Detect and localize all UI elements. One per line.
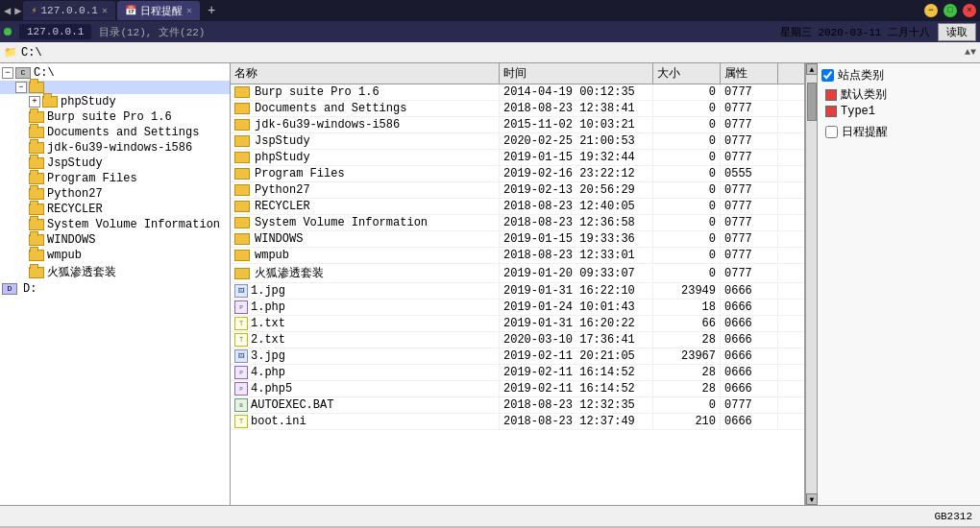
tree-label-recycler: RECYCLER: [47, 203, 103, 216]
scroll-down-arrow[interactable]: ▼: [806, 493, 818, 505]
tree-label-phpstudy: phpStudy: [61, 95, 116, 108]
tree-item-wmpub[interactable]: wmpub: [0, 248, 230, 263]
title-bar-right: − □ ×: [924, 4, 976, 17]
file-name-cell: T boot.ini: [231, 414, 500, 429]
scroll-up-arrow[interactable]: ▲: [806, 63, 818, 75]
bookmark-item[interactable]: Type1: [821, 104, 976, 119]
file-rows-container: Burp suite Pro 1.6 2014-04-19 00:12:35 0…: [231, 84, 804, 430]
bookmark-item[interactable]: 默认类别: [821, 85, 976, 104]
minimize-button[interactable]: −: [924, 4, 938, 17]
tree-item-sysvolinfo[interactable]: System Volume Information: [0, 217, 230, 232]
file-attr-cell: 0777: [721, 117, 778, 132]
file-time-cell: 2019-02-13 20:56:29: [500, 182, 653, 198]
tree-item-phpstudy[interactable]: + phpStudy: [0, 94, 230, 109]
file-size-cell: 0: [653, 266, 721, 281]
connection-tab[interactable]: 127.0.0.1: [19, 24, 91, 39]
tree-item-python[interactable]: Python27: [0, 186, 230, 202]
file-name: 1.txt: [251, 317, 285, 330]
table-row[interactable]: System Volume Information 2018-08-23 12:…: [231, 215, 804, 231]
table-row[interactable]: T 2.txt 2020-03-10 17:36:41 28 0666: [231, 332, 804, 348]
connection-bar: 127.0.0.1 目录(12), 文件(22) 星期三 2020-03-11 …: [0, 21, 980, 42]
close-button[interactable]: ×: [963, 4, 976, 17]
file-time-cell: 2018-08-23 12:33:01: [500, 248, 653, 263]
tree-item-programfiles[interactable]: Program Files: [0, 171, 230, 186]
path-controls[interactable]: ▲▼: [965, 47, 976, 58]
forward-arrow[interactable]: ▶: [14, 4, 21, 18]
tab-1-close[interactable]: ✕: [102, 5, 108, 16]
table-row[interactable]: Program Files 2019-02-16 23:22:12 0 0555: [231, 166, 804, 182]
tree-toggle-c[interactable]: −: [2, 67, 13, 79]
file-size-cell: 0: [653, 231, 721, 247]
table-row[interactable]: wmpub 2018-08-23 12:33:01 0 0777: [231, 248, 804, 264]
folder-icon-firefox: [29, 267, 44, 278]
table-row[interactable]: JspStudy 2020-02-25 21:00:53 0 0777: [231, 133, 804, 150]
file-name: RECYCLER: [255, 200, 310, 213]
calendar-checkbox[interactable]: [825, 126, 838, 138]
tree-item-jspstudy[interactable]: JspStudy: [0, 156, 230, 171]
folder-icon-wmpub: [29, 250, 44, 261]
table-row[interactable]: RECYCLER 2018-08-23 12:40:05 0 0777: [231, 199, 804, 215]
tree-item-firefox[interactable]: 火狐渗透套装: [0, 263, 230, 281]
table-row[interactable]: Burp suite Pro 1.6 2014-04-19 00:12:35 0…: [231, 84, 804, 101]
table-row[interactable]: phpStudy 2019-01-15 19:32:44 0 0777: [231, 150, 804, 166]
tab-2-label: 日程提醒: [140, 4, 183, 18]
image-file-icon: 🖼: [234, 284, 248, 298]
maximize-button[interactable]: □: [943, 4, 957, 17]
title-bar: ◀ ▶ ⚡ 127.0.0.1 ✕ 📅 日程提醒 ✕ + − □ ×: [0, 0, 980, 21]
tab-2-close[interactable]: ✕: [186, 5, 192, 16]
table-row[interactable]: T boot.ini 2018-08-23 12:37:49 210 0666: [231, 414, 804, 430]
file-time-cell: 2018-08-23 12:36:58: [500, 215, 653, 230]
back-arrow[interactable]: ◀: [4, 4, 11, 18]
file-name: JspStudy: [255, 134, 310, 148]
table-row[interactable]: WINDOWS 2019-01-15 19:33:36 0 0777: [231, 231, 804, 248]
table-row[interactable]: P 4.php 2019-02-11 16:14:52 28 0666: [231, 365, 804, 381]
file-time-cell: 2019-01-15 19:32:44: [500, 150, 653, 165]
file-tree-panel: − C C:\ − + phpStudy Burp suite Pro 1.6: [0, 63, 231, 505]
calendar-item[interactable]: 日程提醒: [821, 123, 976, 141]
scrollbar[interactable]: ▲ ▼: [805, 63, 817, 505]
tree-item-docs[interactable]: Documents and Settings: [0, 125, 230, 140]
file-size-cell: 0: [653, 150, 721, 165]
bookmarks-checkbox[interactable]: [821, 69, 834, 82]
file-attr-cell: 0555: [721, 166, 778, 181]
table-row[interactable]: 火狐渗透套装 2019-01-20 09:33:07 0 0777: [231, 264, 804, 283]
file-name: AUTOEXEC.BAT: [251, 398, 333, 412]
file-name: 1.php: [251, 300, 285, 314]
table-row[interactable]: 🖼 3.jpg 2019-02-11 20:21:05 23967 0666: [231, 348, 804, 365]
add-tab-button[interactable]: +: [202, 3, 221, 18]
table-row[interactable]: Python27 2019-02-13 20:56:29 0 0777: [231, 182, 804, 199]
nav-arrows: ◀ ▶: [4, 4, 21, 18]
tree-toggle-root[interactable]: −: [15, 82, 27, 93]
table-row[interactable]: 🖼 1.jpg 2019-01-31 16:22:10 23949 0666: [231, 283, 804, 300]
status-bar: GB2312: [0, 505, 980, 526]
table-row[interactable]: Documents and Settings 2018-08-23 12:38:…: [231, 101, 804, 117]
text-file-icon: T: [234, 415, 248, 428]
file-size-cell: 0: [653, 101, 721, 116]
tree-item-windows[interactable]: WINDOWS: [0, 232, 230, 248]
table-row[interactable]: P 1.php 2019-01-24 10:01:43 18 0666: [231, 300, 804, 316]
table-row[interactable]: jdk-6u39-windows-i586 2015-11-02 10:03:2…: [231, 117, 804, 133]
read-button[interactable]: 读取: [938, 23, 976, 41]
file-size-cell: 0: [653, 215, 721, 230]
file-time-cell: 2019-01-15 19:33:36: [500, 231, 653, 247]
tab-2[interactable]: 📅 日程提醒 ✕: [117, 1, 200, 20]
table-row[interactable]: B AUTOEXEC.BAT 2018-08-23 12:32:35 0 077…: [231, 397, 804, 414]
file-time-cell: 2018-08-23 12:40:05: [500, 199, 653, 214]
file-size-cell: 0: [653, 248, 721, 263]
file-name-cell: phpStudy: [231, 150, 500, 165]
table-row[interactable]: T 1.txt 2019-01-31 16:20:22 66 0666: [231, 316, 804, 332]
file-size-cell: 0: [653, 166, 721, 181]
file-name-cell: System Volume Information: [231, 215, 500, 230]
tree-item-jdk[interactable]: jdk-6u39-windows-i586: [0, 140, 230, 156]
tab-1[interactable]: ⚡ 127.0.0.1 ✕: [23, 1, 114, 20]
scrollbar-thumb[interactable]: [807, 83, 817, 121]
tree-item-burp[interactable]: Burp suite Pro 1.6: [0, 109, 230, 125]
file-time-cell: 2018-08-23 12:37:49: [500, 414, 653, 429]
tree-toggle-phpstudy[interactable]: +: [29, 96, 40, 108]
file-attr-cell: 0666: [721, 332, 778, 348]
tree-item-recycler[interactable]: RECYCLER: [0, 202, 230, 217]
folder-icon-windows: [29, 234, 44, 246]
table-row[interactable]: P 4.php5 2019-02-11 16:14:52 28 0666: [231, 381, 804, 397]
tree-item-d-drive[interactable]: D D:: [0, 281, 230, 297]
tree-item-root-folder[interactable]: −: [0, 81, 230, 94]
